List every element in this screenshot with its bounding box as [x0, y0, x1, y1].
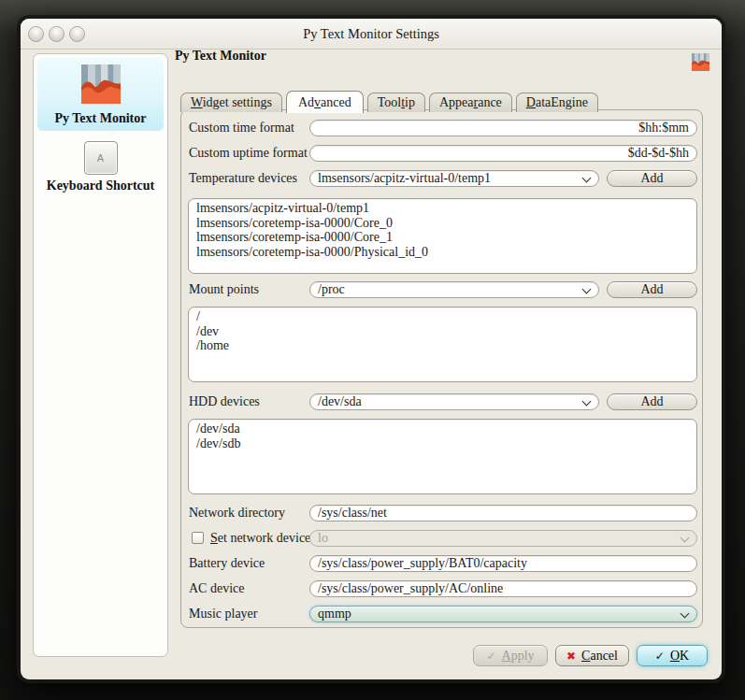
- mount-points-label: Mount points: [189, 281, 259, 298]
- list-item[interactable]: /dev: [196, 324, 689, 339]
- keyboard-key-icon: A: [39, 141, 162, 175]
- sidebar-item-label: Py Text Monitor: [39, 111, 162, 126]
- list-item[interactable]: lmsensors/acpitz-virtual-0/temp1: [196, 201, 689, 216]
- cross-icon: ✖: [566, 650, 576, 662]
- list-item[interactable]: /: [196, 309, 689, 324]
- check-icon: ✓: [486, 650, 495, 662]
- list-item[interactable]: /dev/sda: [196, 421, 689, 436]
- window-title: Py Text Monitor Settings: [21, 19, 722, 49]
- chevron-down-icon: [582, 174, 592, 183]
- tab-dataengine[interactable]: DataEngine: [516, 93, 598, 112]
- chevron-down-icon: [681, 534, 690, 543]
- tab-tooltip[interactable]: Tooltip: [367, 93, 425, 112]
- sidebar-item-keyboard-shortcut[interactable]: A Keyboard Shortcut: [37, 135, 164, 198]
- battery-device-label: Battery device: [189, 555, 265, 572]
- check-icon: ✓: [655, 650, 665, 662]
- titlebar: Py Text Monitor Settings: [21, 19, 722, 50]
- applet-icon: [692, 53, 709, 75]
- mount-points-combobox[interactable]: /proc: [309, 281, 599, 298]
- temperature-devices-combobox[interactable]: lmsensors/acpitz-virtual-0/temp1: [309, 170, 599, 187]
- set-network-device-label[interactable]: Set network device: [210, 530, 310, 547]
- custom-uptime-format-label: Custom uptime format: [189, 145, 308, 162]
- custom-time-format-label: Custom time format: [189, 120, 294, 136]
- custom-uptime-format-input[interactable]: [309, 145, 697, 162]
- network-directory-label: Network directory: [189, 505, 285, 521]
- network-device-combobox: lo: [309, 530, 697, 547]
- chevron-down-icon: [582, 285, 592, 294]
- list-item[interactable]: lmsensors/coretemp-isa-0000/Physical_id_…: [196, 245, 689, 260]
- list-item[interactable]: /home: [196, 338, 689, 353]
- music-player-combobox[interactable]: qmmp: [309, 606, 697, 622]
- hdd-devices-label: HDD devices: [189, 393, 260, 410]
- tab-advanced[interactable]: Advanced: [286, 91, 364, 113]
- sidebar-item-py-text-monitor[interactable]: Py Text Monitor: [37, 58, 164, 131]
- hdd-devices-combobox[interactable]: /dev/sda: [309, 393, 599, 410]
- advanced-tab-panel: Custom time format Custom uptime format …: [180, 109, 703, 628]
- network-directory-input[interactable]: [309, 505, 697, 521]
- list-item[interactable]: lmsensors/coretemp-isa-0000/Core_0: [196, 216, 689, 231]
- chevron-down-icon: [582, 397, 592, 407]
- hdd-devices-list[interactable]: /dev/sda/dev/sdb: [188, 419, 697, 494]
- sidebar: Py Text Monitor A Keyboard Shortcut: [33, 53, 168, 657]
- battery-device-input[interactable]: [309, 555, 697, 572]
- tab-widget-settings[interactable]: Widget settings: [180, 93, 282, 112]
- mount-points-add-button[interactable]: Add: [607, 281, 697, 298]
- list-item[interactable]: /dev/sdb: [196, 436, 689, 451]
- tab-appearance[interactable]: Appearance: [429, 93, 512, 112]
- chevron-down-icon: [681, 609, 690, 619]
- temperature-devices-list[interactable]: lmsensors/acpitz-virtual-0/temp1lmsensor…: [188, 198, 697, 274]
- set-network-device-checkbox[interactable]: [192, 532, 204, 544]
- temperature-add-button[interactable]: Add: [607, 170, 697, 187]
- area-chart-icon: [39, 64, 162, 107]
- tab-bar: Widget settings Advanced Tooltip Appeara…: [180, 89, 598, 112]
- apply-button: ✓ Apply: [473, 645, 548, 666]
- music-player-label: Music player: [189, 606, 257, 622]
- list-item[interactable]: lmsensors/coretemp-isa-0000/Core_1: [196, 230, 689, 245]
- ac-device-input[interactable]: [309, 580, 697, 597]
- cancel-button[interactable]: ✖ Cancel: [555, 645, 629, 666]
- settings-dialog: Py Text Monitor Settings Py Text Monitor: [21, 19, 722, 679]
- sidebar-item-label: Keyboard Shortcut: [39, 179, 162, 193]
- hdd-add-button[interactable]: Add: [607, 393, 697, 410]
- custom-time-format-input[interactable]: [309, 120, 697, 136]
- ok-button[interactable]: ✓ OK: [637, 645, 708, 666]
- ac-device-label: AC device: [189, 580, 244, 597]
- page-title: Py Text Monitor: [175, 49, 266, 64]
- dialog-button-row: ✓ Apply ✖ Cancel ✓ OK: [473, 645, 708, 666]
- mount-points-list[interactable]: //dev/home: [188, 307, 697, 382]
- temperature-devices-label: Temperature devices: [189, 170, 297, 187]
